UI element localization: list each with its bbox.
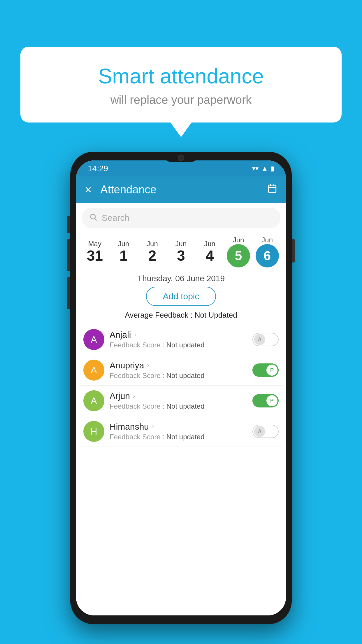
student-name-arjun: Arjun › (110, 391, 247, 401)
date-strip: May 31 Jun 1 Jun 2 Jun (76, 233, 286, 267)
average-feedback: Average Feedback : Not Updated (76, 311, 286, 320)
svg-point-4 (91, 214, 95, 219)
app-title: Attendance (100, 183, 267, 196)
date-jun3[interactable]: Jun 3 (168, 240, 194, 264)
volume-up-button (67, 216, 70, 233)
screen-content: Search May 31 Jun 1 Jun (76, 203, 286, 615)
svg-line-5 (95, 218, 96, 220)
status-time: 14:29 (88, 164, 108, 173)
avatar-anupriya: A (83, 360, 104, 381)
student-feedback-himanshu: Feedback Score : Not updated (110, 433, 247, 441)
student-name-anupriya: Anupriya › (110, 360, 247, 370)
chevron-icon: › (134, 331, 136, 339)
volume-down-button (67, 239, 70, 271)
phone-frame: 14:29 ▾▾ ▲ ▮ × Attendance (70, 152, 292, 624)
student-info-himanshu: Himanshu › Feedback Score : Not updated (110, 422, 247, 441)
date-jun5-today[interactable]: Jun 5 (225, 236, 252, 267)
student-info-anupriya: Anupriya › Feedback Score : Not updated (110, 360, 247, 380)
date-may31[interactable]: May 31 (82, 240, 108, 264)
calendar-icon[interactable] (267, 183, 277, 196)
chevron-icon: › (147, 362, 149, 369)
student-info-anjali: Anjali › Feedback Score : Not updated (110, 330, 247, 349)
toggle-anupriya[interactable]: P (252, 363, 279, 377)
student-feedback-anupriya: Feedback Score : Not updated (110, 372, 247, 380)
power-button (292, 239, 295, 262)
add-topic-button[interactable]: Add topic (146, 287, 216, 306)
silent-button (67, 277, 70, 309)
toggle-arjun[interactable]: P (252, 394, 279, 407)
student-item-himanshu[interactable]: H Himanshu › Feedback Score : Not update… (79, 416, 283, 447)
student-info-arjun: Arjun › Feedback Score : Not updated (110, 391, 247, 410)
status-bar: 14:29 ▾▾ ▲ ▮ (76, 160, 286, 176)
student-name-himanshu: Himanshu › (110, 422, 247, 432)
toggle-anjali[interactable]: A (252, 333, 279, 346)
close-button[interactable]: × (85, 183, 92, 196)
search-placeholder: Search (102, 213, 129, 223)
phone-wrapper: 14:29 ▾▾ ▲ ▮ × Attendance (70, 152, 292, 624)
status-icons: ▾▾ ▲ ▮ (252, 165, 274, 172)
toggle-himanshu[interactable]: A (252, 425, 279, 438)
phone-screen: 14:29 ▾▾ ▲ ▮ × Attendance (76, 160, 286, 615)
chevron-icon: › (152, 423, 154, 430)
avatar-anjali: A (83, 329, 104, 350)
date-jun6-selected[interactable]: Jun 6 (254, 236, 280, 267)
app-bar: × Attendance (76, 176, 286, 203)
date-jun2[interactable]: Jun 2 (139, 240, 165, 264)
speech-bubble: Smart attendance will replace your paper… (20, 47, 342, 123)
svg-rect-0 (268, 185, 276, 193)
student-feedback-arjun: Feedback Score : Not updated (110, 402, 247, 410)
date-jun4[interactable]: Jun 4 (197, 240, 223, 264)
chevron-icon: › (133, 392, 135, 400)
student-name-anjali: Anjali › (110, 330, 247, 340)
avatar-himanshu: H (83, 421, 104, 442)
student-item-arjun[interactable]: A Arjun › Feedback Score : Not updated (79, 386, 283, 416)
camera-dot (178, 155, 184, 161)
selected-date-label: Thursday, 06 June 2019 (76, 274, 286, 283)
signal-icon: ▲ (261, 165, 268, 172)
speech-bubble-subtitle: will replace your paperwork (35, 93, 327, 106)
speech-bubble-title: Smart attendance (35, 64, 327, 88)
phone-notch (164, 152, 198, 162)
student-item-anjali[interactable]: A Anjali › Feedback Score : Not updated (79, 324, 283, 355)
battery-icon: ▮ (271, 165, 274, 172)
student-list: A Anjali › Feedback Score : Not updated (76, 324, 286, 447)
wifi-icon: ▾▾ (252, 165, 259, 172)
student-item-anupriya[interactable]: A Anupriya › Feedback Score : Not update… (79, 355, 283, 386)
search-bar[interactable]: Search (82, 208, 280, 228)
avatar-arjun: A (83, 390, 104, 411)
student-feedback-anjali: Feedback Score : Not updated (110, 341, 247, 349)
date-jun1[interactable]: Jun 1 (110, 240, 137, 264)
search-icon (89, 213, 97, 223)
